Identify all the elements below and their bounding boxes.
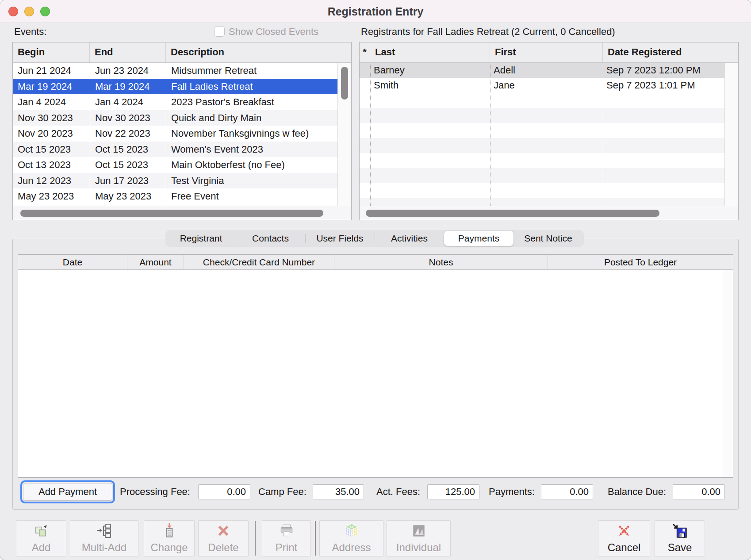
events-table-header: BeginEndDescription [13,42,351,63]
registrant-flag-cell [360,78,370,93]
event-end-cell: Nov 22 2023 [90,126,166,142]
registrant-flag-cell [360,63,370,78]
payments-column-header-notes[interactable]: Notes [334,255,548,269]
event-begin-cell: Jun 21 2024 [13,63,90,79]
event-row[interactable]: May 23 2023May 23 2023Free Event [13,188,337,204]
individual-icon [411,523,427,539]
registrants-horizontal-scrollbar[interactable] [360,206,738,220]
camp-fee-field[interactable]: 35.00 [313,484,364,499]
event-begin-cell: Oct 15 2023 [13,142,90,157]
add-button[interactable]: Add [16,520,66,556]
payments-table-header: DateAmountCheck/Credit Card NumberNotesP… [18,255,733,270]
registrants-horizontal-scrollbar-thumb[interactable] [366,210,659,217]
event-description-cell: Quick and Dirty Main [166,110,337,126]
event-row[interactable]: Jan 4 2024Jan 4 20242023 Pastor's Breakf… [13,94,337,110]
event-description-cell: Test Virginia [166,173,337,189]
event-row[interactable]: Oct 13 2023Oct 15 2023Main Oktoberfest (… [13,157,337,173]
save-icon [672,523,688,539]
address-icon [344,523,360,539]
events-column-header-begin[interactable]: Begin [13,42,90,62]
event-row[interactable]: Jun 21 2024Jun 23 2024Midsummer Retreat [13,63,337,79]
tab-sent-notice[interactable]: Sent Notice [513,231,583,246]
toolbar-button-label: Multi-Add [82,542,126,553]
change-icon [161,523,177,539]
event-description-cell: Main Oktoberfest (no Fee) [166,157,337,173]
registrants-table-header: *LastFirstDate Registered [360,42,738,63]
toolbar-button-label: Cancel [608,542,641,553]
close-window-button[interactable] [8,7,18,16]
event-begin-cell: Jun 12 2023 [13,173,90,189]
tab-payments[interactable]: Payments [444,231,513,246]
registrants-empty-rows [360,93,724,206]
act-fees-field[interactable]: 125.00 [427,484,479,499]
event-end-cell: Nov 30 2023 [90,110,166,126]
event-description-cell: Women's Event 2023 [166,142,337,157]
payments-column-header-posted-to-ledger[interactable]: Posted To Ledger [548,255,733,269]
tab-contacts[interactable]: Contacts [236,231,305,246]
events-horizontal-scrollbar-thumb[interactable] [20,210,323,217]
save-button[interactable]: Save [655,520,705,556]
event-begin-cell: Mar 19 2024 [13,79,90,95]
event-begin-cell: Jan 4 2024 [13,94,90,110]
event-description-cell: Fall Ladies Retreat [166,79,337,95]
event-end-cell: Oct 15 2023 [90,142,166,157]
payments-vertical-scrollbar[interactable] [723,270,733,477]
zoom-window-button[interactable] [40,7,50,16]
events-horizontal-scrollbar[interactable] [13,206,351,220]
add-payment-button[interactable]: Add Payment [23,483,112,501]
events-column-header-description[interactable]: Description [166,42,351,62]
minimize-window-button[interactable] [24,7,34,16]
event-begin-cell: Oct 13 2023 [13,157,90,173]
tab-user-fields[interactable]: User Fields [305,231,375,246]
events-vertical-scrollbar[interactable] [337,63,351,206]
toolbar-button-label: Save [668,542,692,553]
registrant-first-cell: Jane [490,78,603,93]
events-vertical-scrollbar-thumb[interactable] [341,67,348,100]
payments-column-header-amount[interactable]: Amount [127,255,184,269]
registrant-last-cell: Barney [370,63,490,78]
registrants-column-header-date-registered[interactable]: Date Registered [603,42,738,62]
event-row[interactable]: Nov 30 2023Nov 30 2023Quick and Dirty Ma… [13,110,337,126]
act-fees-label: Act. Fees: [376,484,420,499]
event-row[interactable]: Nov 20 2023Nov 22 2023November Tanksgivn… [13,126,337,142]
toolbar-separator [315,521,316,556]
tab-registrant[interactable]: Registrant [166,231,236,246]
events-label: Events: [14,27,46,37]
payments-column-header-check-credit-card-number[interactable]: Check/Credit Card Number [184,255,334,269]
event-end-cell: May 23 2023 [90,188,166,204]
cancel-button[interactable]: Cancel [598,520,650,556]
event-row[interactable]: Jun 12 2023Jun 17 2023Test Virginia [13,173,337,189]
registrant-first-cell: Adell [490,63,603,78]
registrants-column-divider [370,63,371,206]
event-begin-cell: May 23 2023 [13,188,90,204]
registrants-vertical-scrollbar[interactable] [724,63,738,206]
show-closed-events-label: Show Closed Events [229,27,318,37]
event-end-cell: Jun 17 2023 [90,173,166,189]
registrant-row[interactable]: BarneyAdellSep 7 2023 12:00 PM [360,63,724,78]
address-button[interactable]: Address [319,520,383,556]
print-button[interactable]: Print [262,520,311,556]
change-button[interactable]: Change [144,520,195,556]
individual-button[interactable]: Individual [387,520,451,556]
processing-fee-field[interactable]: 0.00 [198,484,250,499]
payments-field[interactable]: 0.00 [541,484,593,499]
events-table: BeginEndDescription Jun 21 2024Jun 23 20… [12,42,352,220]
toolbar-button-label: Individual [396,542,441,553]
tab-activities[interactable]: Activities [375,231,444,246]
registrants-column-header-first[interactable]: First [490,42,603,62]
events-column-header-end[interactable]: End [90,42,166,62]
balance-due-field[interactable]: 0.00 [673,484,725,499]
delete-button[interactable]: Delete [198,520,249,556]
registrant-last-cell: Smith [370,78,490,93]
event-end-cell: Jun 23 2024 [90,63,166,79]
registrants-column-header-last[interactable]: Last [370,42,490,62]
event-row[interactable]: Mar 19 2024Mar 19 2024Fall Ladies Retrea… [13,79,337,95]
multi-add-button[interactable]: Multi-Add [70,520,138,556]
registrant-row[interactable]: SmithJaneSep 7 2023 1:01 PM [360,78,724,93]
show-closed-events-checkbox[interactable] [214,26,225,37]
registrants-column-header-flag[interactable]: * [360,42,370,62]
registrant-date-cell: Sep 7 2023 12:00 PM [603,63,724,78]
payments-column-header-date[interactable]: Date [18,255,127,269]
event-row[interactable]: Oct 15 2023Oct 15 2023Women's Event 2023 [13,142,337,157]
event-description-cell: Free Event [166,188,337,204]
